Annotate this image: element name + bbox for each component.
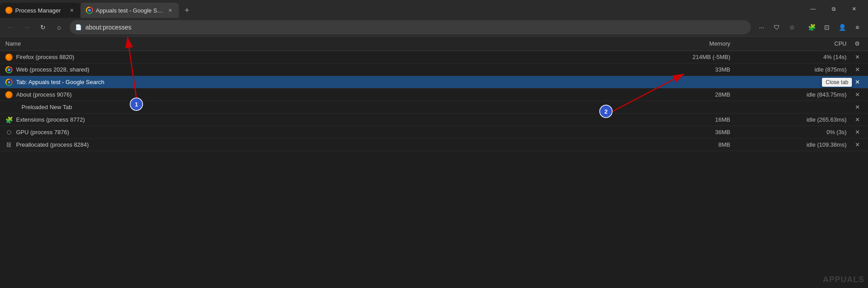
process-close-web[interactable]: ✕ xyxy=(850,64,864,76)
window-controls: — ⧉ ✕ xyxy=(799,0,868,18)
split-view-button[interactable]: ⊡ xyxy=(820,20,834,34)
tabs-area: Process Manager ✕ Appuals test - Google … xyxy=(0,0,799,18)
column-header-name[interactable]: Name xyxy=(4,40,609,47)
tab-process-manager-label: Process Manager xyxy=(15,7,65,14)
tab-process-manager-close[interactable]: ✕ xyxy=(68,7,75,14)
maximize-button[interactable]: ⧉ xyxy=(823,0,844,18)
column-settings-icon[interactable]: ⚙ xyxy=(850,40,864,47)
watermark: APPUALS xyxy=(823,275,864,284)
column-header-cpu[interactable]: CPU xyxy=(734,40,850,47)
ext-process-icon: 🧩 xyxy=(5,116,13,123)
tab-appuals-label: Appuals test - Google Search xyxy=(96,7,164,14)
table-row[interactable]: About (process 9076) 28MB idle (843.75ms… xyxy=(0,89,868,101)
close-tab-tooltip: Close tab xyxy=(822,78,852,87)
reload-button[interactable]: ↻ xyxy=(36,20,50,34)
title-bar: Process Manager ✕ Appuals test - Google … xyxy=(0,0,868,18)
process-memory-web: 33MB xyxy=(609,66,734,73)
chrome-tab-icon xyxy=(86,7,93,14)
address-page-icon: 📄 xyxy=(75,24,82,30)
table-header: Name Memory CPU ⚙ xyxy=(0,37,868,51)
table-row-selected[interactable]: Tab: Appuals test - Google Search ✕ Clos… xyxy=(0,76,868,89)
process-name-firefox: Firefox (process 8820) xyxy=(4,54,609,61)
star-button[interactable]: ☆ xyxy=(785,20,799,34)
forward-button[interactable]: → xyxy=(20,20,34,34)
process-cpu-firefox: 4% (14s) xyxy=(734,54,850,60)
process-name-web: Web (process 2028, shared) xyxy=(4,66,609,73)
process-close-about[interactable]: ✕ xyxy=(850,89,864,101)
chrome-process-icon xyxy=(5,66,13,73)
process-cpu-gpu: 0% (3s) xyxy=(734,129,850,136)
process-close-extensions[interactable]: ✕ xyxy=(850,114,864,126)
address-bar[interactable]: 📄 about:processes xyxy=(70,20,751,34)
process-name-about: About (process 9076) xyxy=(4,91,609,98)
table-body: Firefox (process 8820) 214MB (-5MB) 4% (… xyxy=(0,51,868,288)
process-cpu-about: idle (843.75ms) xyxy=(734,91,850,98)
address-url: about:processes xyxy=(85,24,745,31)
table-row[interactable]: Firefox (process 8820) 214MB (-5MB) 4% (… xyxy=(0,51,868,64)
process-name-extensions: 🧩 Extensions (process 8772) xyxy=(4,116,609,123)
more-button[interactable]: ··· xyxy=(754,20,769,34)
process-memory-extensions: 16MB xyxy=(609,116,734,123)
table-row[interactable]: ⛓ Preallocated (process 8284) 8MB idle (… xyxy=(0,139,868,151)
menu-button[interactable]: ≡ xyxy=(850,20,864,34)
gpu-process-icon: ⬡ xyxy=(5,129,13,136)
process-memory-firefox: 214MB (-5MB) xyxy=(609,54,734,60)
home-button[interactable]: ⌂ xyxy=(52,20,66,34)
tab-process-manager[interactable]: Process Manager ✕ xyxy=(0,3,80,18)
process-close-preallocated[interactable]: ✕ xyxy=(850,139,864,151)
link-process-icon: ⛓ xyxy=(5,141,13,148)
chrome-tab-appuals-icon xyxy=(5,79,13,86)
firefox-about-icon xyxy=(5,91,13,98)
process-close-preloaded[interactable]: ✕ xyxy=(850,101,864,113)
nav-bar: ← → ↻ ⌂ 📄 about:processes ··· 🛡 ☆ 🧩 ⊡ 👤 xyxy=(0,18,868,37)
new-tab-button[interactable]: + xyxy=(181,4,193,17)
process-table: Name Memory CPU ⚙ Firefox (process 8820)… xyxy=(0,37,868,288)
process-name-tab-appuals: Tab: Appuals test - Google Search xyxy=(4,79,609,86)
process-name-preloaded: Preloaded New Tab xyxy=(4,104,609,110)
process-cpu-preallocated: idle (109.38ms) xyxy=(734,141,850,148)
table-row[interactable]: Web (process 2028, shared) 33MB idle (87… xyxy=(0,64,868,76)
shield-button[interactable]: 🛡 xyxy=(770,20,784,34)
extensions-button[interactable]: 🧩 xyxy=(804,20,819,34)
minimize-button[interactable]: — xyxy=(803,0,823,18)
tab-appuals-close[interactable]: ✕ xyxy=(166,7,174,14)
column-header-memory[interactable]: Memory xyxy=(609,40,734,47)
process-memory-about: 28MB xyxy=(609,91,734,98)
close-button[interactable]: ✕ xyxy=(844,0,864,18)
process-cpu-web: idle (875ms) xyxy=(734,66,850,73)
firefox-process-icon xyxy=(5,54,13,61)
process-memory-gpu: 36MB xyxy=(609,129,734,136)
table-row[interactable]: 🧩 Extensions (process 8772) 16MB idle (2… xyxy=(0,114,868,126)
back-button[interactable]: ← xyxy=(4,20,18,34)
tab-appuals[interactable]: Appuals test - Google Search ✕ xyxy=(80,3,179,18)
process-close-gpu[interactable]: ✕ xyxy=(850,126,864,138)
process-close-tab-appuals[interactable]: ✕ xyxy=(850,76,864,88)
profile-button[interactable]: 👤 xyxy=(835,20,849,34)
firefox-tab-icon xyxy=(5,7,13,14)
process-name-preallocated: ⛓ Preallocated (process 8284) xyxy=(4,141,609,148)
nav-right-buttons: ··· 🛡 ☆ 🧩 ⊡ 👤 ≡ xyxy=(754,20,864,34)
table-row[interactable]: ⬡ GPU (process 7876) 36MB 0% (3s) ✕ xyxy=(0,126,868,139)
table-row[interactable]: Preloaded New Tab ✕ xyxy=(0,101,868,114)
process-memory-preallocated: 8MB xyxy=(609,141,734,148)
process-name-gpu: ⬡ GPU (process 7876) xyxy=(4,129,609,136)
process-close-firefox[interactable]: ✕ xyxy=(850,51,864,63)
process-cpu-extensions: idle (265.63ms) xyxy=(734,116,850,123)
